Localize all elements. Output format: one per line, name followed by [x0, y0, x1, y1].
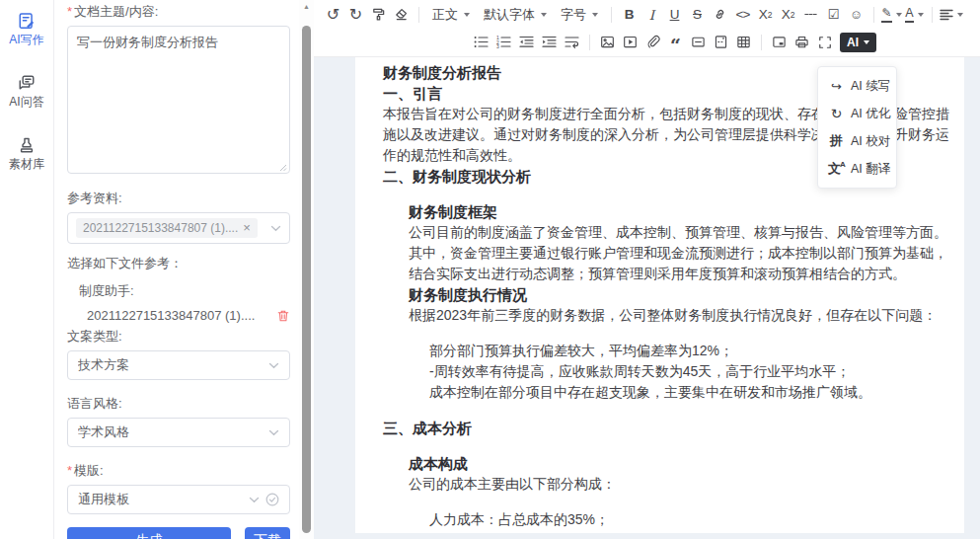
caret-down-icon [592, 13, 598, 17]
toolbar-row-1: ↺ ↻ 正文 默认字体 字号 B I U S [314, 0, 980, 29]
download-button[interactable]: 下载 [245, 527, 290, 539]
sidebar-item-label: AI写作 [9, 33, 43, 46]
outdent-icon[interactable] [516, 32, 537, 52]
sidebar-item-label: AI问答 [9, 95, 43, 109]
toolbar-separator [418, 7, 419, 23]
link-icon[interactable] [710, 4, 730, 25]
print-icon[interactable] [792, 32, 812, 52]
doc-type-select[interactable]: 技术方案 [67, 350, 290, 380]
doc-block-p: 成本控制在部分项目中存在超支现象，主要集中在研发和市场推广领域。 [429, 382, 955, 403]
sidebar-item-material-library[interactable]: 素材库 [0, 136, 53, 171]
subscript-icon[interactable]: X2 [755, 4, 776, 25]
redo-icon[interactable]: ↻ [345, 4, 366, 25]
insert-table-icon[interactable] [733, 32, 754, 52]
fullscreen-icon[interactable] [814, 32, 835, 52]
scroll-up-arrow[interactable]: ▲ [299, 3, 314, 10]
paragraph-style-dropdown[interactable]: 正文 [425, 6, 477, 24]
toolbar-row-2: 123 “ [314, 29, 980, 55]
caret-down-icon [541, 13, 547, 17]
bold-icon[interactable]: B [619, 4, 640, 25]
generate-button[interactable]: 生成 [67, 527, 231, 539]
scrollbar-thumb[interactable] [302, 26, 311, 533]
toolbar-separator [761, 35, 762, 50]
svg-text:3: 3 [496, 43, 499, 48]
ai-translate-icon: 文A [829, 160, 844, 178]
topic-label: *文档主题/内容: [67, 4, 290, 20]
caret-down-icon [918, 13, 924, 17]
doc-block-h2: 三、成本分析 [383, 418, 955, 438]
inline-code-icon[interactable]: <> [732, 4, 753, 25]
menu-item-ai-proofread[interactable]: 拼 AI 校对 [818, 127, 896, 155]
undo-icon[interactable]: ↺ [323, 4, 343, 25]
doc-type-label: 文案类型: [67, 329, 290, 345]
ai-tools-button[interactable]: AI [840, 33, 876, 52]
file-group-label: 制度助手: [67, 283, 290, 299]
menu-item-ai-translate[interactable]: 文A AI 翻译 [818, 155, 896, 183]
reference-file-name: 2021122715133847807 (1).... [87, 308, 272, 323]
emoji-icon[interactable]: ☺ [846, 4, 867, 25]
menu-item-ai-optimize[interactable]: ↻ AI 优化 [818, 100, 896, 127]
reference-tag: 2021122715133847807 (1).... × [76, 218, 258, 238]
sidebar-item-ai-qa[interactable]: AI问答 [0, 74, 53, 109]
doc-block-p: 部分部门预算执行偏差较大，平均偏差率为12%； [429, 341, 955, 361]
doc-block-p: -周转效率有待提高，应收账款周转天数为45天，高于行业平均水平； [429, 361, 955, 382]
generation-form-panel: *文档主题/内容: 写一份财务制度分析报告 参考资料: 202112271513… [54, 0, 299, 539]
blockquote-icon[interactable]: “ [665, 36, 686, 56]
insert-image-icon[interactable] [597, 32, 618, 52]
highlight-color-icon[interactable]: ✎ [881, 4, 902, 25]
chevron-down-icon [249, 497, 260, 503]
sidebar-item-label: 素材库 [9, 157, 44, 171]
chevron-down-icon [270, 225, 281, 232]
doc-block-p: 人力成本：占总成本的35%； [429, 509, 955, 530]
alignment-dropdown[interactable] [940, 4, 963, 25]
caret-down-icon [864, 40, 869, 44]
caret-down-icon [957, 13, 963, 17]
horizontal-rule-icon[interactable] [800, 4, 821, 25]
page-break-icon[interactable] [711, 32, 731, 52]
font-size-dropdown[interactable]: 字号 [554, 6, 605, 24]
template-select[interactable]: 通用模板 [67, 485, 290, 514]
caret-down-icon [464, 13, 470, 17]
italic-icon[interactable]: I [641, 4, 662, 25]
panel-scrollbar[interactable]: ▲ [299, 0, 314, 539]
sidebar-item-ai-writing[interactable]: AI写作 [0, 12, 53, 46]
topic-textarea-wrap: 写一份财务制度分析报告 [67, 26, 290, 177]
reference-select[interactable]: 2021122715133847807 (1).... × [67, 212, 290, 244]
ai-qa-icon [18, 74, 36, 92]
ordered-list-icon[interactable]: 123 [493, 32, 514, 52]
indent-icon[interactable] [539, 32, 560, 52]
insert-video-icon[interactable] [620, 32, 641, 52]
divider-icon[interactable] [688, 32, 709, 52]
ai-writing-icon [18, 12, 36, 30]
preview-panel-icon[interactable] [769, 32, 790, 52]
caret-down-icon [896, 13, 902, 17]
reference-file-row: 2021122715133847807 (1).... [67, 308, 290, 323]
form-actions: 生成 下载 [67, 527, 290, 539]
resize-handle[interactable] [279, 164, 287, 172]
required-asterisk: * [67, 4, 72, 19]
tag-close-icon[interactable]: × [243, 223, 251, 233]
chevron-down-icon [268, 429, 279, 436]
eraser-icon[interactable] [391, 4, 412, 25]
task-checkbox-icon[interactable]: ☑ [823, 4, 844, 25]
menu-item-ai-continue[interactable]: ↪ AI 续写 [818, 72, 896, 100]
strikethrough-icon[interactable]: S [687, 4, 708, 25]
font-family-dropdown[interactable]: 默认字体 [477, 6, 554, 24]
chevron-down-icon [268, 362, 279, 369]
superscript-icon[interactable]: X2 [778, 4, 798, 25]
left-nav: AI写作 AI问答 素材库 [0, 0, 54, 539]
reference-label: 参考资料: [67, 191, 290, 206]
bullet-list-icon[interactable] [471, 32, 491, 52]
style-select[interactable]: 学术风格 [67, 418, 290, 447]
ai-proofread-icon: 拼 [829, 132, 844, 150]
ai-tools-menu: ↪ AI 续写 ↻ AI 优化 拼 AI 校对 文A AI 翻译 [817, 66, 897, 189]
topic-input[interactable]: 写一份财务制度分析报告 [67, 26, 290, 174]
doc-block-h3: 财务制度执行情况 [409, 284, 955, 305]
underline-icon[interactable]: U [664, 4, 685, 25]
font-color-icon[interactable]: A [904, 4, 925, 25]
line-break-icon[interactable] [562, 32, 582, 52]
delete-file-icon[interactable] [276, 309, 290, 323]
attachment-icon[interactable] [642, 32, 663, 52]
toolbar-separator [589, 35, 590, 50]
format-painter-icon[interactable] [368, 4, 389, 25]
